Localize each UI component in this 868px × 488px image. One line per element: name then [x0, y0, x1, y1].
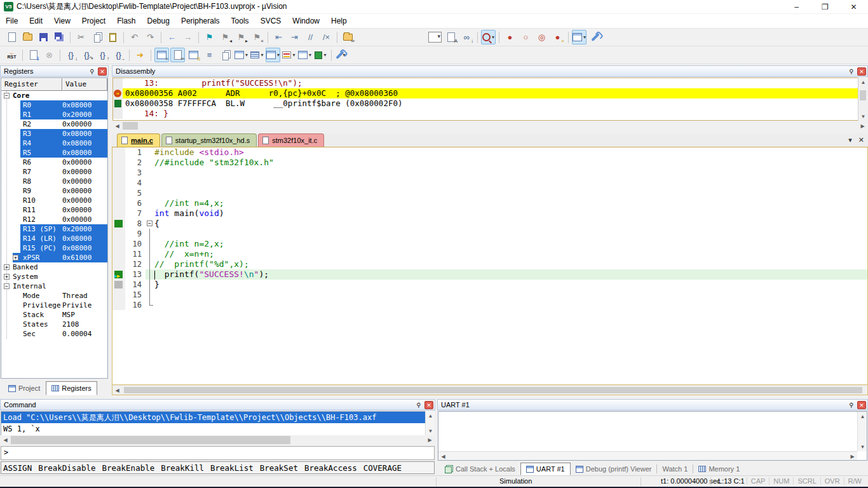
- close-icon[interactable]: ✕: [424, 401, 433, 409]
- code-line-10[interactable]: 10 //int n=2,x;: [112, 239, 867, 249]
- uncomment-selection-button[interactable]: /×: [319, 30, 334, 44]
- disassembly-window-button[interactable]: ∞: [170, 48, 185, 62]
- scroll-left-icon[interactable]: ◀: [112, 386, 122, 395]
- editor-tab-startup-stm32f10x-hd-s[interactable]: startup_stm32f10x_hd.s: [161, 133, 257, 147]
- start-stop-debug-session-button[interactable]: ▾: [481, 30, 496, 44]
- system-viewer-dropdown-icon[interactable]: ▾: [323, 52, 326, 58]
- scroll-up-icon[interactable]: ▲: [426, 411, 435, 420]
- editor-tab-main-c[interactable]: main.c: [117, 133, 160, 147]
- command-button-breakenable[interactable]: BreakEnable: [102, 463, 154, 473]
- find-in-file-button[interactable]: A: [444, 30, 458, 44]
- disable-all-breakpoints-button[interactable]: ◎: [534, 30, 549, 44]
- code-line-3[interactable]: 3: [112, 168, 867, 178]
- register-row-r9[interactable]: R90x00000: [1, 186, 107, 196]
- editor-hscrollbar[interactable]: ◀: [112, 385, 868, 395]
- scroll-down-icon[interactable]: ▼: [858, 112, 868, 121]
- minimize-button[interactable]: –: [782, 0, 811, 14]
- value-column-header[interactable]: Value: [62, 78, 107, 91]
- close-icon[interactable]: ✕: [98, 67, 107, 76]
- command-button-breakset[interactable]: BreakSet: [260, 463, 298, 473]
- navigate-forward-button[interactable]: →: [180, 30, 195, 44]
- analysis-windows-dropdown-icon[interactable]: ▾: [292, 52, 295, 58]
- tab-memory-1[interactable]: Memory 1: [693, 463, 745, 475]
- navigate-back-button[interactable]: ←: [165, 30, 179, 44]
- code-line-11[interactable]: 11 // x=n+n;: [112, 249, 867, 259]
- register-row-r6[interactable]: R60x00000: [1, 158, 107, 167]
- disassembly-vscrollbar[interactable]: ▲ ▼: [858, 78, 867, 121]
- register-row-r12[interactable]: R120x00000: [1, 215, 107, 224]
- scroll-right-icon[interactable]: ▶: [848, 452, 857, 461]
- code-line-15[interactable]: 15: [112, 290, 867, 300]
- scroll-right-icon[interactable]: ▶: [858, 121, 867, 130]
- tab-call-stack-locals[interactable]: Call Stack + Locals: [440, 463, 520, 475]
- register-row-r13-sp-[interactable]: R13 (SP)0x20000: [1, 224, 107, 234]
- menu-help[interactable]: Help: [325, 15, 353, 27]
- code-line-1[interactable]: 1#include <stdio.h>: [112, 147, 867, 158]
- scroll-left-icon[interactable]: ◀: [112, 121, 122, 130]
- insert-remove-breakpoint-button[interactable]: ●: [503, 30, 517, 44]
- start-stop-debug-session-dropdown-icon[interactable]: ▾: [492, 34, 494, 40]
- restore-button[interactable]: ❐: [811, 0, 839, 14]
- expand-icon[interactable]: +: [4, 264, 10, 270]
- register-row-states[interactable]: States2108: [1, 320, 107, 329]
- code-line-12[interactable]: 12// printf("%d",x);: [112, 259, 867, 269]
- menu-tools[interactable]: Tools: [226, 15, 255, 27]
- disassembly-line[interactable]: 14: }: [113, 109, 867, 119]
- register-row-banked[interactable]: +Banked: [1, 262, 107, 272]
- command-log-line[interactable]: WS 1, `x: [1, 423, 434, 435]
- register-row-r7[interactable]: R70x00000: [1, 167, 107, 177]
- collapse-icon[interactable]: −: [4, 93, 10, 98]
- code-editor[interactable]: 1#include <stdio.h>2//#include "stm32f10…: [112, 147, 868, 385]
- undo-button[interactable]: ↶: [127, 30, 142, 44]
- command-vscrollbar[interactable]: ▲ ▼: [425, 411, 435, 435]
- pin-icon[interactable]: ⚲: [88, 67, 97, 76]
- tab-close-icon[interactable]: ✕: [858, 136, 864, 144]
- window-layout-dropdown-icon[interactable]: ▾: [583, 34, 586, 40]
- configure-tools-button[interactable]: [588, 30, 602, 44]
- editor-tab-stm32f10x-it-c[interactable]: stm32f10x_it.c: [258, 133, 324, 147]
- debug-toolbox-button[interactable]: ▾: [335, 48, 349, 62]
- expand-icon[interactable]: +: [4, 274, 10, 280]
- register-row-privilege[interactable]: PrivilegePrivile: [1, 301, 107, 310]
- disassembly-line[interactable]: 13: printf("SUCCESS!\n");: [113, 78, 867, 88]
- disassembly-line[interactable]: ➔0x08000356 A002 ADR r0,{pc}+0x0C ; @0x0…: [113, 88, 867, 98]
- previous-bookmark-button[interactable]: ⚑◂: [218, 30, 233, 44]
- command-input[interactable]: >: [1, 446, 435, 460]
- command-log[interactable]: Load "C:\\Users\\莫是离人泪\\Desktop\\Fwlib-T…: [1, 411, 435, 435]
- command-button-assign[interactable]: ASSIGN: [3, 463, 32, 473]
- register-row-r3[interactable]: R30x08000: [1, 129, 107, 139]
- save-all-button[interactable]: [52, 30, 67, 44]
- code-line-7[interactable]: 7int main(void): [112, 208, 867, 219]
- register-column-header[interactable]: Register: [1, 78, 62, 91]
- code-line-14[interactable]: 14}: [112, 280, 867, 290]
- step-button[interactable]: {}↓: [64, 48, 78, 62]
- code-line-2[interactable]: 2//#include "stm32f10x.h": [112, 158, 867, 168]
- command-button-breakaccess[interactable]: BreakAccess: [304, 463, 357, 473]
- stop-button[interactable]: ⊗: [42, 48, 57, 62]
- scroll-left-icon[interactable]: ◀: [1, 435, 10, 444]
- command-button-coverage[interactable]: COVERAGE: [363, 463, 402, 473]
- disassembly-view[interactable]: 13: printf("SUCCESS!\n");➔0x08000356 A00…: [112, 78, 867, 121]
- trace-windows-dropdown-icon[interactable]: ▾: [309, 52, 311, 58]
- paste-button[interactable]: [105, 30, 120, 44]
- copy-button[interactable]: [90, 30, 104, 44]
- register-row-system[interactable]: +System: [1, 272, 107, 281]
- code-line-13[interactable]: 13 printf("SUCCESS!\n");: [112, 269, 867, 280]
- register-row-r0[interactable]: R00x08000: [1, 100, 107, 110]
- system-viewer-button[interactable]: ▾: [313, 48, 328, 62]
- menu-svcs[interactable]: SVCS: [255, 15, 287, 27]
- show-next-statement-button[interactable]: ➔: [133, 48, 147, 62]
- tab-registers[interactable]: Registers: [46, 381, 97, 395]
- command-button-breakdisable[interactable]: BreakDisable: [38, 463, 95, 473]
- pin-icon[interactable]: ⚲: [414, 401, 423, 409]
- close-button[interactable]: ✕: [839, 0, 868, 14]
- register-row-r11[interactable]: R110x00000: [1, 205, 107, 215]
- step-over-button[interactable]: {}↷: [79, 48, 94, 62]
- command-hscrollbar[interactable]: ◀ ▶: [1, 435, 435, 445]
- tab-list-dropdown-icon[interactable]: ▾: [848, 136, 852, 144]
- register-row-r4[interactable]: R40x08000: [1, 139, 107, 148]
- tab-project[interactable]: Project: [3, 381, 46, 395]
- uart-output[interactable]: ▲ ▼ ◀ ▶: [438, 411, 867, 461]
- fold-collapse-icon[interactable]: −: [147, 220, 153, 226]
- command-window-button[interactable]: >: [154, 48, 169, 62]
